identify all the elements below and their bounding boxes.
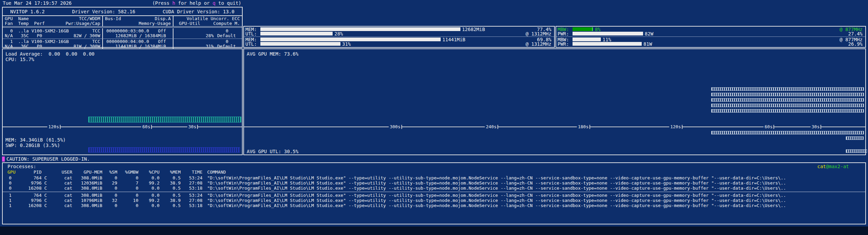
cpu-usage: CPU: 15.7%: [5, 57, 34, 62]
cpu-axis: 120s 60s 30s: [3, 127, 242, 127]
gpu-row-1[interactable]: 1 ..la V100-SXM2-16GBTCC N/A 36C P081W /…: [3, 39, 242, 49]
gpu-mem-history-row: [711, 93, 864, 96]
process-row[interactable]: 0764Ccat308.0MiB000.00.553:24"D:\softWin…: [3, 175, 865, 180]
terminal-bottom-edge: [0, 226, 868, 235]
process-group-divider: [3, 192, 865, 192]
gpu1-pwr-bar: 81W: [573, 42, 830, 46]
processes-panel: Processes: cat@max2-at GPU PID USER GPU-…: [2, 162, 866, 224]
gpu1-mem-util: MEM: 11441MiB 69.8% UTL: 31% @ 1312MHz: [244, 36, 554, 46]
process-row[interactable]: 116208Ccat308.0MiB000.00.553:18"D:\softW…: [3, 203, 865, 208]
help-key-q: q: [213, 0, 215, 6]
memory-history-graph: [88, 147, 240, 152]
gpu-utl-history-row: [846, 149, 867, 153]
caution-message: CAUTION: SUPERUSER LOGGED-IN.: [6, 156, 90, 162]
gpu-mem-history-row: [711, 104, 864, 107]
driver-version: Driver Version: 582.16: [72, 9, 135, 14]
gpu-mem-history-row: [711, 87, 864, 91]
pwr-bar-label: PWR:: [558, 31, 573, 36]
gpu1-utl-bar: 31%: [260, 42, 519, 46]
system-panel: Load Average: 0.00 0.00 0.00 CPU: 15.7% …: [2, 48, 243, 155]
gpu0-pwr-bar: 82W: [573, 31, 830, 36]
gpu-mbw-pwr-panel: MBW: 8% @ 877MHz PWR: 82W 27.4% MBW: 11%…: [555, 26, 866, 48]
gpu-mem-history-row: [711, 109, 864, 113]
user-host: cat@max2-at: [817, 164, 849, 170]
gpu-history-axis: 300s 240s 180s 120s 60s 30s: [244, 127, 865, 127]
gpu-mem-history-row: [711, 98, 864, 102]
app-version: NVITOP 1.6.2: [10, 9, 45, 14]
caution-bar: CAUTION: SUPERUSER LOGGED-IN.: [2, 156, 90, 162]
gpu-utl-history-row: [846, 136, 864, 140]
swap-usage: SWP: 0.28GiB (3.5%): [5, 143, 60, 148]
gpu0-mem-bar: 12682MiB: [260, 27, 519, 31]
gpu0-mem-util: MEM: 12682MiB 77.4% UTL: 28% @ 1312MHz: [244, 27, 554, 36]
gpu0-mbw-pwr: MBW: 8% @ 877MHz PWR: 82W 27.4%: [556, 27, 865, 36]
avg-gpu-utl: AVG GPU UTL: 30.5%: [247, 149, 299, 154]
gpu-mem-util-panel: MEM: 12682MiB 77.4% UTL: 28% @ 1312MHz M…: [243, 26, 555, 48]
process-row[interactable]: 016208Ccat308.0MiB000.00.553:18"D:\softW…: [3, 186, 865, 191]
gpu0-utl-bar: 28%: [260, 31, 519, 36]
cuda-version: CUDA Driver Version: 13.0: [163, 9, 234, 14]
datetime: Tue Mar 24 17:19:57 2026: [3, 0, 72, 6]
process-table-header: GPU PID USER GPU-MEM %SM %GMBW %CPU %MEM…: [3, 170, 865, 175]
cursor-block: [2, 157, 5, 162]
nvitop-header: NVITOP 1.6.2 Driver Version: 582.16 CUDA…: [3, 8, 242, 16]
process-row[interactable]: 19796Ccat10796MiB321099.238.927:08"D:\so…: [3, 198, 865, 203]
cpu-history-graph: [88, 117, 241, 122]
gpu-history-panel: AVG GPU MEM: 73.6% 300s 240s 180s 120s 6…: [243, 48, 866, 155]
load-average: Load Average: 0.00 0.00 0.00: [5, 51, 94, 57]
process-row[interactable]: 1764Ccat308.0MiB000.00.553:24"D:\softWin…: [3, 193, 865, 198]
help-hint: (Press h for help or q to quit): [152, 0, 241, 6]
gpu-table-header: GPU NameTCC/WDDM Fan Temp PerfPwr:Usage/…: [3, 16, 242, 28]
avg-gpu-mem: AVG GPU MEM: 73.6%: [247, 51, 299, 57]
gpu-row-0[interactable]: 0 ..la V100-SXM2-16GBTCC N/A 35C P082W /…: [3, 28, 242, 39]
utl-bar-label: UTL:: [245, 31, 260, 36]
gpu1-mbw-bar: 11%: [573, 37, 830, 42]
gpu1-mem-bar: 11441MiB: [260, 37, 519, 42]
process-row[interactable]: 09796Ccat12036MiB29799.238.927:08"D:\sof…: [3, 180, 865, 186]
top-bar: Tue Mar 24 17:19:57 2026 (Press h for he…: [0, 0, 243, 6]
gpu1-mbw-pwr: MBW: 11% @ 877MHz PWR: 81W 26.9%: [556, 36, 865, 46]
nvitop-terminal: Tue Mar 24 17:19:57 2026 (Press h for he…: [0, 0, 868, 235]
mem-usage: MEM: 34.34GiB (61.5%): [5, 137, 66, 143]
help-key-h: h: [172, 0, 175, 6]
gpu-utl-history-row: [711, 131, 864, 134]
gpu-info-panel: NVITOP 1.6.2 Driver Version: 582.16 CUDA…: [2, 7, 243, 48]
gpu0-mbw-bar: 8%: [573, 27, 830, 31]
processes-title: Processes:: [7, 164, 36, 170]
